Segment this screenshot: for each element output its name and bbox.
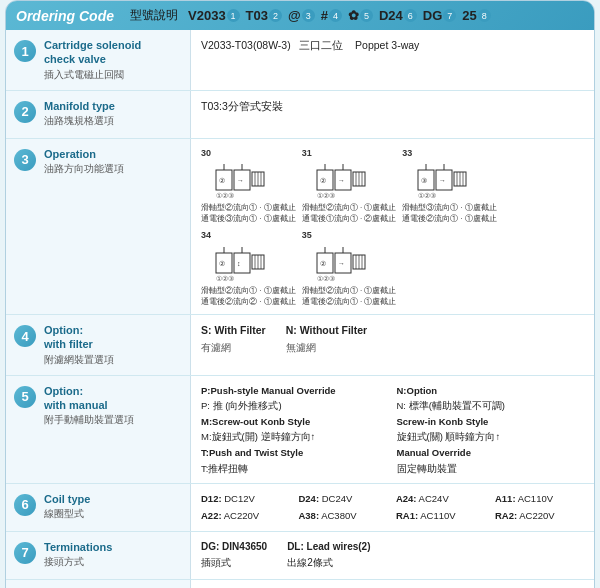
- row-7: 7 Terminations 接頭方式 DG: DIN43650 插頭式 DL:…: [6, 532, 594, 580]
- filter-n-sub: 無濾網: [286, 342, 316, 353]
- svg-text:③: ③: [421, 177, 427, 184]
- svg-text:①②③: ①②③: [418, 192, 436, 199]
- svg-text:→: →: [439, 177, 446, 184]
- diagram-33: 33 ③ → ①②③: [402, 146, 497, 225]
- code-segment-7: DG 7: [423, 8, 457, 23]
- manual-n-sub: N: 標準(輔助裝置不可調): [397, 400, 505, 411]
- diag-35-text: 滑軸型②流向① · ①盧截止通電後②流向① · ①盧截止: [302, 285, 397, 307]
- svg-text:②: ②: [219, 260, 225, 267]
- term-dg-sub: 插頭式: [201, 557, 231, 568]
- row-4-content: S: With Filter 有濾網 N: Without Filter 無濾網: [191, 315, 594, 375]
- code-num-3: 3: [302, 9, 315, 22]
- row-7-label: Terminations 接頭方式: [44, 540, 112, 569]
- svg-text:②: ②: [320, 177, 326, 184]
- row-6-label-en: Coil type: [44, 492, 90, 506]
- row-5-num: 5: [14, 386, 36, 408]
- code-num-2: 2: [269, 9, 282, 22]
- row-2-label-zh: 油路塊規格選項: [44, 115, 115, 128]
- filter-s-code: S: With Filter: [201, 324, 266, 336]
- code-segment-8: 25 8: [462, 8, 490, 23]
- row-1-content: V2033-T03(08W-3) 三口二位 Poppet 3-way: [191, 30, 594, 90]
- row-6: 6 Coil type 線圈型式 D12: DC12V D24: DC24V A…: [6, 484, 594, 532]
- header-bar: Ordering Code 型號說明 V2033 1 T03 2 @ 3 # 4…: [6, 1, 594, 30]
- code-num-7: 7: [443, 9, 456, 22]
- manual-mi-title: Screw-in Konb Style: [397, 416, 489, 427]
- code-text-1: V2033: [188, 8, 226, 23]
- row-5-content: P:Push-style Manual Override P: 推 (向外推移式…: [191, 376, 594, 483]
- row-3-label-zh: 油路方向功能選項: [44, 163, 124, 176]
- code-text-3: @: [288, 8, 301, 23]
- svg-text:①②③: ①②③: [216, 275, 234, 282]
- coil-d24: D24: DC24V: [298, 491, 385, 506]
- row-4-label: Option:with filter 附濾網裝置選項: [44, 323, 114, 367]
- row-1-num: 1: [14, 40, 36, 62]
- row-4: 4 Option:with filter 附濾網裝置選項 S: With Fil…: [6, 315, 594, 376]
- row-7-label-zh: 接頭方式: [44, 556, 112, 569]
- diagram-31: 31 ② → ①②③: [302, 146, 397, 225]
- svg-text:→: →: [237, 177, 244, 184]
- row-3-left: 3 Operation 油路方向功能選項: [6, 139, 191, 315]
- row-5: 5 Option:with manual 附手動輔助裝置選項 P:Push-st…: [6, 376, 594, 484]
- code-num-4: 4: [329, 9, 342, 22]
- diag-34-svg: ② ↕ ①②③: [214, 245, 282, 283]
- diag-30-num: 30: [201, 146, 211, 160]
- manual-p-sub: P: 推 (向外推移式): [201, 400, 282, 411]
- diag-35-num: 35: [302, 228, 312, 242]
- term-dl-sub: 出線2條式: [287, 557, 333, 568]
- row-3-label: Operation 油路方向功能選項: [44, 147, 124, 176]
- row-2: 2 Manifold type 油路塊規格選項 T03:3分管式安裝: [6, 91, 594, 139]
- ordering-code-title: Ordering Code: [16, 8, 114, 24]
- row-6-left: 6 Coil type 線圈型式: [6, 484, 191, 531]
- svg-text:②: ②: [219, 177, 225, 184]
- svg-text:①②③: ①②③: [317, 192, 335, 199]
- manual-p: P:Push-style Manual Override P: 推 (向外推移式…: [201, 383, 389, 413]
- row-6-content: D12: DC12V D24: DC24V A24: AC24V A11: AC…: [191, 484, 594, 531]
- diagrams-row-2: 34 ② ↕ ①②③: [201, 228, 584, 307]
- filter-n-code: N: Without Filter: [286, 324, 368, 336]
- row-3-content: 30 ② →: [191, 139, 594, 315]
- row-6-num: 6: [14, 494, 36, 516]
- diag-31-text: 滑軸型②流向① · ①盧截止通電後①流向① · ②盧截止: [302, 202, 397, 224]
- code-num-1: 1: [227, 9, 240, 22]
- code-segment-6: D24 6: [379, 8, 417, 23]
- manual-p-title: P:Push-style Manual Override: [201, 385, 336, 396]
- diag-30-text: 滑軸型②流向① · ①盧截止通電後③流向① · ①盧截止: [201, 202, 296, 224]
- row-7-label-en: Terminations: [44, 540, 112, 554]
- row-8-left: 8 Max pressure 最高壓力: [6, 580, 191, 588]
- diagram-34: 34 ② ↕ ①②③: [201, 228, 296, 307]
- coil-ra2: RA2: AC220V: [495, 508, 584, 523]
- row-1-text: V2033-T03(08W-3) 三口二位 Poppet 3-way: [201, 39, 419, 51]
- svg-text:→: →: [338, 177, 345, 184]
- diag-33-num: 33: [402, 146, 412, 160]
- row-1-label: Cartridge solenoidcheck valve 插入式電磁止回閥: [44, 38, 141, 82]
- row-1-label-zh: 插入式電磁止回閥: [44, 69, 141, 82]
- diag-33-svg: ③ → ①②③: [416, 162, 484, 200]
- termination-options: DG: DIN43650 插頭式 DL: Lead wires(2) 出線2條式: [201, 539, 584, 571]
- coil-options: D12: DC12V D24: DC24V A24: AC24V A11: AC…: [201, 491, 584, 523]
- filter-option-s: S: With Filter 有濾網: [201, 322, 266, 356]
- code-text-7: DG: [423, 8, 443, 23]
- row-2-left: 2 Manifold type 油路塊規格選項: [6, 91, 191, 138]
- code-num-8: 8: [478, 9, 491, 22]
- manual-t-title: T:Push and Twist Style: [201, 447, 303, 458]
- filter-option-n: N: Without Filter 無濾網: [286, 322, 368, 356]
- outer-container: Ordering Code 型號說明 V2033 1 T03 2 @ 3 # 4…: [5, 0, 595, 588]
- diag-31-svg: ② → ①②③: [315, 162, 383, 200]
- code-segment-2: T03 2: [246, 8, 282, 23]
- coil-a24: A24: AC24V: [396, 491, 485, 506]
- code-num-5: 5: [360, 9, 373, 22]
- row-6-label: Coil type 線圈型式: [44, 492, 90, 521]
- content-area: 1 Cartridge solenoidcheck valve 插入式電磁止回閥…: [6, 30, 594, 588]
- row-5-label-en: Option:with manual: [44, 384, 134, 413]
- term-dg: DG: DIN43650 插頭式: [201, 539, 267, 571]
- coil-ra1: RA1: AC110V: [396, 508, 485, 523]
- row-8: 8 Max pressure 最高壓力 25: 250bar(3500psi): [6, 580, 594, 588]
- svg-text:→: →: [338, 260, 345, 267]
- diagram-30: 30 ② →: [201, 146, 296, 225]
- manual-mo: Manual Override 固定轉助裝置: [397, 445, 585, 475]
- row-5-left: 5 Option:with manual 附手動輔助裝置選項: [6, 376, 191, 483]
- row-4-num: 4: [14, 325, 36, 347]
- coil-d12: D12: DC12V: [201, 491, 288, 506]
- diag-30-svg: ② → ①②③: [214, 162, 282, 200]
- code-text-6: D24: [379, 8, 403, 23]
